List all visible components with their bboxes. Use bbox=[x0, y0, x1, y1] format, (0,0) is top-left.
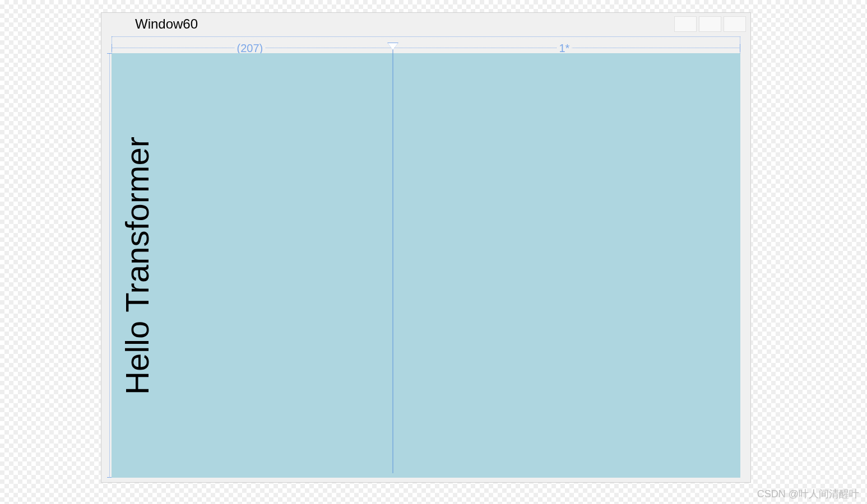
column-splitter-line[interactable] bbox=[392, 49, 393, 473]
column-splitter-thumb[interactable] bbox=[388, 43, 398, 50]
row-ruler[interactable] bbox=[107, 53, 112, 478]
text-block[interactable]: Hello Transformer bbox=[118, 137, 156, 395]
grid-column-1[interactable] bbox=[393, 53, 740, 478]
column-ruler[interactable]: (207) 1* bbox=[112, 36, 740, 53]
title-bar[interactable]: Window60 bbox=[101, 13, 750, 35]
minimize-button[interactable] bbox=[674, 16, 697, 32]
grid-design-area[interactable]: (207) 1* Hello Transformer bbox=[112, 36, 740, 478]
close-button[interactable] bbox=[724, 16, 746, 32]
ruler-tick bbox=[112, 44, 112, 52]
window-title: Window60 bbox=[135, 16, 198, 32]
ruler-line bbox=[112, 48, 740, 48]
grid-content[interactable]: Hello Transformer bbox=[112, 53, 740, 478]
designer-window[interactable]: Window60 (207) 1* bbox=[101, 12, 751, 483]
ruler-tick bbox=[740, 44, 740, 52]
maximize-button[interactable] bbox=[699, 16, 721, 32]
window-buttons bbox=[674, 16, 746, 32]
grid-column-0[interactable]: Hello Transformer bbox=[112, 53, 393, 478]
ruler-line bbox=[109, 53, 110, 478]
